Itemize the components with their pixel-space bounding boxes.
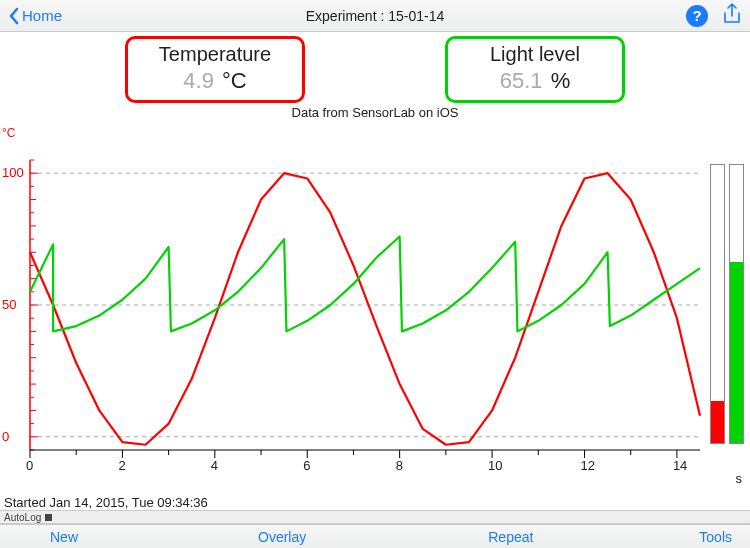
temperature-value: 4.9 — [183, 68, 214, 93]
chevron-left-icon — [8, 7, 20, 25]
svg-text:14: 14 — [673, 458, 687, 473]
temperature-value-row: 4.9 °C — [128, 68, 302, 94]
new-button[interactable]: New — [44, 529, 84, 545]
help-icon[interactable]: ? — [686, 5, 708, 27]
share-icon[interactable] — [722, 3, 742, 29]
sensor-readouts: Temperature 4.9 °C Light level 65.1 % — [0, 36, 750, 103]
temperature-unit: °C — [222, 68, 247, 93]
svg-text:0: 0 — [2, 429, 9, 444]
light-box[interactable]: Light level 65.1 % — [445, 36, 625, 103]
started-text: Started Jan 14, 2015, Tue 09:34:36 — [4, 495, 208, 510]
temperature-level-bar[interactable] — [710, 164, 725, 444]
home-label: Home — [22, 7, 62, 24]
light-value: 65.1 — [500, 68, 543, 93]
stop-icon — [45, 514, 52, 521]
light-level-fill — [730, 262, 743, 443]
tools-button[interactable]: Tools — [693, 529, 738, 545]
autolog-bar[interactable]: AutoLog — [0, 510, 750, 524]
repeat-button[interactable]: Repeat — [482, 529, 539, 545]
bottom-toolbar: New Overlay Repeat Tools — [0, 524, 750, 548]
chart-area[interactable]: °C s 05010002468101214 — [0, 150, 750, 480]
title-bar: Home Experiment : 15-01-14 ? — [0, 0, 750, 32]
light-level-bar[interactable] — [729, 164, 744, 444]
light-value-row: 65.1 % — [448, 68, 622, 94]
temperature-level-fill — [711, 401, 724, 443]
x-axis-label: s — [736, 471, 743, 486]
y-axis-label: °C — [2, 126, 15, 140]
temperature-box[interactable]: Temperature 4.9 °C — [125, 36, 305, 103]
light-title: Light level — [448, 43, 622, 66]
line-chart[interactable]: 05010002468101214 — [0, 150, 705, 480]
svg-text:10: 10 — [488, 458, 502, 473]
svg-text:6: 6 — [303, 458, 310, 473]
level-bars — [710, 164, 744, 444]
light-unit: % — [551, 68, 571, 93]
overlay-button[interactable]: Overlay — [252, 529, 312, 545]
autolog-label: AutoLog — [4, 512, 41, 523]
temperature-title: Temperature — [128, 43, 302, 66]
home-button[interactable]: Home — [8, 7, 62, 25]
svg-text:2: 2 — [118, 458, 125, 473]
svg-text:100: 100 — [2, 165, 24, 180]
svg-text:0: 0 — [26, 458, 33, 473]
svg-text:8: 8 — [396, 458, 403, 473]
page-title: Experiment : 15-01-14 — [0, 8, 750, 24]
svg-text:50: 50 — [2, 297, 16, 312]
svg-text:12: 12 — [580, 458, 594, 473]
chart-subtitle: Data from SensorLab on iOS — [0, 105, 750, 120]
svg-text:4: 4 — [211, 458, 218, 473]
